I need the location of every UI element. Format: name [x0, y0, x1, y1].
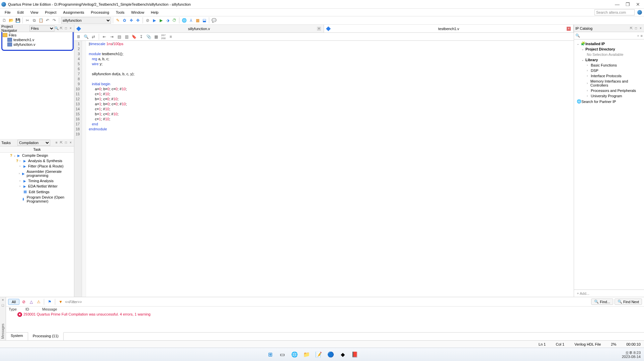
app2-icon[interactable]: 📕	[350, 350, 359, 359]
editor-tab[interactable]: testbench1.v ×	[324, 25, 574, 32]
hierarchy-icon[interactable]: ⅄	[188, 17, 194, 23]
ip-pin-icon[interactable]: ⇱	[629, 26, 633, 30]
menu-view[interactable]: View	[28, 10, 41, 15]
ip-project-directory[interactable]: ⌄Project Directory	[575, 46, 643, 52]
tasks-pin-icon[interactable]: ⇱	[59, 141, 63, 145]
close-window-button[interactable]: ✕	[636, 2, 640, 7]
ed-bookmark-icon[interactable]: 🔖	[131, 34, 137, 40]
menu-assignments[interactable]: Assignments	[61, 10, 87, 15]
explorer-icon[interactable]: 📁	[302, 350, 311, 359]
start-button[interactable]: ⊞	[266, 350, 275, 359]
ip-close-icon[interactable]: ×	[639, 26, 643, 30]
quartus-icon[interactable]: 🔵	[326, 350, 335, 359]
tasks-mode-combo[interactable]: Compilation	[17, 140, 50, 146]
tasks-menu-icon[interactable]: ≡	[55, 141, 59, 145]
task-item[interactable]: ⬇Program Device (Open Programmer)	[0, 195, 74, 204]
messages-critical-filter-icon[interactable]: △	[28, 299, 34, 305]
ip-max-icon[interactable]: □	[634, 26, 638, 30]
file-item[interactable]: testbench1.v	[1, 37, 73, 42]
messages-pin-icon[interactable]: □	[2, 303, 4, 307]
tasks-max-icon[interactable]: □	[64, 141, 68, 145]
editor-tab[interactable]: sillyfunction.v ×	[74, 25, 324, 32]
file-item[interactable]: sillyfunction.v	[1, 42, 73, 47]
nfacets-search-icon[interactable]: 🔍	[55, 26, 59, 30]
system-clock[interactable]: 오후 8:23 2023-08-14	[622, 351, 641, 359]
menu-help[interactable]: Help	[148, 10, 161, 15]
ed-attach-icon[interactable]: 📎	[146, 34, 152, 40]
paste-icon[interactable]: 📋	[38, 17, 44, 23]
task-item[interactable]: ›▶Timing Analysis	[0, 178, 74, 184]
save-icon[interactable]: 💾	[15, 17, 21, 23]
project-combo[interactable]: sillyfunction	[61, 17, 111, 24]
menu-file[interactable]: File	[2, 10, 13, 15]
messages-error-filter-icon[interactable]: ⊘	[21, 299, 27, 305]
globe-icon[interactable]: 🌐	[181, 17, 187, 23]
open-file-icon[interactable]: 📂	[8, 17, 14, 23]
messages-close-icon[interactable]: ×	[2, 298, 4, 302]
ed-next-bookmark-icon[interactable]: ↧	[138, 34, 144, 40]
task-item[interactable]: ›▶Assembler (Generate programming	[0, 169, 74, 178]
ed-indent-icon[interactable]: ⇥	[109, 34, 115, 40]
gear2-icon[interactable]: ❖	[128, 17, 134, 23]
ip-category[interactable]: ›Basic Functions	[575, 63, 643, 68]
run-icon[interactable]: ▶	[158, 17, 164, 23]
cut-icon[interactable]: ✂	[24, 17, 30, 23]
ip-search-menu-icon[interactable]: ≡	[641, 34, 643, 38]
ed-outdent-icon[interactable]: ⇤	[101, 34, 107, 40]
menu-project[interactable]: Project	[42, 10, 59, 15]
ip-category[interactable]: ›DSP	[575, 68, 643, 73]
chip-icon[interactable]: ▦	[194, 17, 200, 23]
messages-all-button[interactable]: All	[8, 299, 19, 305]
ip-partner-search[interactable]: 🌐 Search for Partner IP	[575, 99, 643, 104]
gear3-icon[interactable]: ✥	[135, 17, 141, 23]
ed-uncomment-icon[interactable]: ▥	[124, 34, 130, 40]
ed-comment-icon[interactable]: ▤	[116, 34, 122, 40]
compile-icon[interactable]: ▶	[151, 17, 157, 23]
nav-pin-icon[interactable]: ⇱	[59, 26, 63, 30]
tab-close-icon[interactable]: ×	[317, 27, 321, 31]
stop-icon[interactable]: ⊘	[145, 17, 151, 23]
wand-icon[interactable]: ✎	[115, 17, 121, 23]
ip-search-input[interactable]	[581, 34, 637, 38]
messages-find-button[interactable]: 🔍 Find...	[591, 298, 613, 305]
analyze-icon[interactable]: ⬗	[165, 17, 171, 23]
nav-close-icon[interactable]: ×	[69, 26, 73, 30]
messages-flag-icon[interactable]: ⚑	[47, 299, 53, 305]
search-altera-input[interactable]: Search altera.com	[594, 9, 635, 15]
ed-template-icon[interactable]: ▦	[153, 34, 159, 40]
ip-installed[interactable]: ⌄🧩 Installed IP	[575, 41, 643, 46]
messages-warning-filter-icon[interactable]: ⚠	[35, 299, 42, 305]
undo-icon[interactable]: ↶	[45, 17, 51, 23]
menu-tools[interactable]: Tools	[113, 10, 127, 15]
search-go-icon[interactable]	[637, 10, 642, 15]
menu-window[interactable]: Window	[129, 10, 147, 15]
gear-icon[interactable]: ✿	[122, 17, 128, 23]
messages-funnel-icon[interactable]: ▼	[58, 299, 64, 305]
navigator-mode-combo[interactable]: Files	[29, 25, 55, 31]
code-editor[interactable]: 12345678910111213141516171819 |timescale…	[74, 41, 574, 297]
ip-add-bar[interactable]: ＋ Add...	[574, 289, 644, 297]
minimize-button[interactable]: —	[615, 2, 620, 7]
tasks-close-icon[interactable]: ×	[69, 141, 73, 145]
ed-replace-icon[interactable]: ⇄	[90, 34, 96, 40]
task-item[interactable]: ›▶EDA Netlist Writer	[0, 184, 74, 189]
tab-close-icon[interactable]: ×	[567, 27, 571, 31]
ip-search-clear-icon[interactable]: ×	[637, 34, 639, 38]
maximize-button[interactable]: ❐	[626, 2, 630, 7]
task-item[interactable]: ?⌄▶Compile Design	[0, 153, 74, 158]
task-item[interactable]: ?›▶Analysis & Synthesis	[0, 158, 74, 163]
messages-tab-processing[interactable]: Processing (11)	[28, 332, 64, 340]
app-icon[interactable]: ◆	[338, 350, 347, 359]
ip-category[interactable]: ›Memory Interfaces and Controllers	[575, 79, 643, 88]
edge-icon[interactable]: 🌐	[290, 350, 299, 359]
nav-max-icon[interactable]: □	[64, 26, 68, 30]
ed-find-icon[interactable]: 🔍	[83, 34, 89, 40]
ed-collapse-icon[interactable]: ≡	[168, 34, 174, 40]
notepad-icon[interactable]: 📝	[314, 350, 323, 359]
menu-edit[interactable]: Edit	[15, 10, 26, 15]
message-row[interactable]: ✖ 293001 Quartus Prime Full Compilation …	[6, 312, 644, 317]
ip-category[interactable]: ›Processors and Peripherals	[575, 88, 643, 93]
chat-icon[interactable]: 💬	[211, 17, 217, 23]
programmer-icon[interactable]: ⬓	[201, 17, 207, 23]
messages-filter-input[interactable]	[65, 300, 118, 304]
